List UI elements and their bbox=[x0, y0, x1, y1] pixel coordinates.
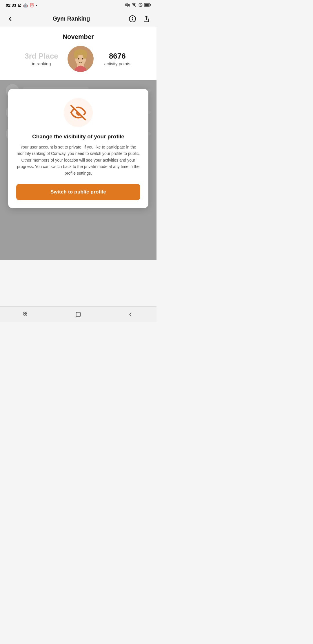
back-nav-button[interactable] bbox=[122, 309, 139, 320]
svg-point-20 bbox=[83, 50, 87, 59]
recent-apps-button[interactable] bbox=[17, 309, 35, 320]
svg-rect-7 bbox=[150, 4, 151, 6]
rank-place: 3rd Place bbox=[25, 52, 58, 61]
rank-label: in ranking bbox=[32, 61, 51, 66]
dot-icon: • bbox=[36, 4, 37, 7]
info-button[interactable] bbox=[128, 14, 137, 24]
avatar bbox=[68, 46, 94, 72]
rank-info: 3rd Place in ranking bbox=[25, 52, 58, 66]
status-icons bbox=[125, 3, 151, 8]
home-button[interactable] bbox=[70, 309, 87, 320]
app-bar: Gym Ranking bbox=[0, 10, 156, 27]
activity-points: 8676 bbox=[109, 52, 126, 61]
time-display: 02:33 bbox=[6, 3, 16, 8]
bottom-navigation bbox=[0, 306, 156, 322]
svg-point-15 bbox=[78, 58, 79, 59]
overlay-section: Change the visibility of your profile Yo… bbox=[0, 80, 156, 260]
points-info: 8676 activity points bbox=[103, 52, 132, 66]
wifi-icon bbox=[132, 3, 137, 8]
back-button[interactable] bbox=[5, 14, 15, 24]
task-icon: ☑ bbox=[18, 3, 21, 8]
svg-rect-23 bbox=[24, 314, 25, 315]
status-time: 02:33 ☑ 🤖 ⏰ • bbox=[6, 3, 37, 8]
blocked-icon bbox=[139, 3, 143, 8]
svg-rect-22 bbox=[26, 312, 27, 313]
app-bar-actions bbox=[128, 14, 151, 24]
alarm-icon: ⏰ bbox=[30, 3, 34, 8]
status-bar: 02:33 ☑ 🤖 ⏰ • bbox=[0, 0, 156, 10]
svg-rect-21 bbox=[24, 312, 25, 313]
modal-description: Your user account is set to private. If … bbox=[16, 144, 140, 176]
switch-to-public-button[interactable]: Switch to public profile bbox=[16, 184, 140, 200]
page-title: Gym Ranking bbox=[19, 15, 124, 22]
android-icon: 🤖 bbox=[23, 3, 28, 8]
visibility-icon-circle bbox=[64, 98, 93, 127]
svg-rect-6 bbox=[145, 4, 149, 6]
hidden-eye-icon bbox=[70, 105, 86, 120]
svg-point-19 bbox=[74, 50, 79, 59]
ranking-row: 3rd Place in ranking bbox=[6, 46, 151, 72]
month-title: November bbox=[63, 33, 94, 41]
modal-title: Change the visibility of your profile bbox=[32, 133, 124, 140]
svg-rect-25 bbox=[76, 312, 81, 316]
battery-icon bbox=[144, 3, 151, 8]
svg-point-16 bbox=[82, 58, 83, 59]
svg-rect-24 bbox=[26, 314, 27, 315]
mute-icon bbox=[125, 3, 130, 8]
share-button[interactable] bbox=[141, 14, 151, 24]
profile-header: November 3rd Place in ranking bbox=[0, 27, 156, 80]
points-label: activity points bbox=[104, 61, 130, 66]
svg-line-4 bbox=[139, 3, 142, 6]
visibility-modal: Change the visibility of your profile Yo… bbox=[8, 89, 148, 208]
